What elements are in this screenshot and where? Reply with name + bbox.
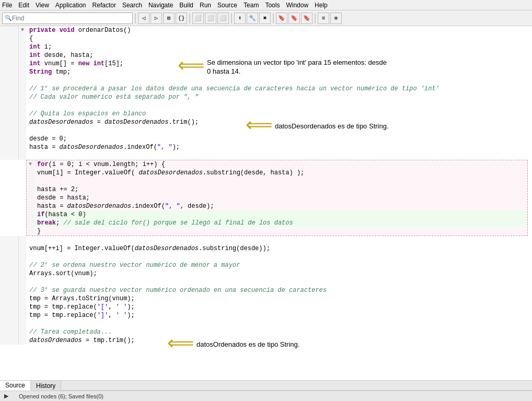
collapse-marker-4: [19, 51, 26, 60]
find-icon: 🔍: [5, 15, 12, 21]
toolbar-btn-2[interactable]: ▷: [151, 13, 162, 24]
code-line-12: datosDesordenados = datosDesordenados.tr…: [0, 118, 532, 126]
code-line-9: // Cada valor numérico está separado por…: [0, 93, 532, 101]
toolbar-btn-11[interactable]: 🔖: [276, 13, 287, 24]
menu-source[interactable]: Source: [217, 2, 237, 9]
annotation-1: Se dimensiona un vector tipo 'int' para …: [207, 57, 390, 76]
menu-team[interactable]: Team: [244, 2, 259, 9]
toolbar-btn-12[interactable]: 🔖: [288, 13, 300, 24]
line-number-32: [0, 286, 19, 294]
code-line-27: vnum[++i] = Integer.valueOf(datosDesorde…: [0, 244, 532, 253]
code-line-28: [0, 253, 532, 261]
collapse-marker-1[interactable]: ▼: [19, 26, 26, 34]
collapse-marker-18: [27, 169, 34, 177]
code-line-15: hasta = datosDesordenados.indexOf(", ");: [0, 143, 532, 151]
collapse-marker-2: [19, 34, 26, 43]
menu-search[interactable]: Search: [122, 2, 142, 9]
line-number-27: [0, 244, 19, 253]
line-content-24: break; // sale del ciclo for() porque se…: [34, 219, 527, 227]
menu-window[interactable]: Window: [286, 2, 308, 9]
code-line-30: Arrays.sort(vnum);: [0, 269, 532, 278]
line-number-7: [0, 76, 19, 85]
collapse-marker-11: [19, 110, 26, 118]
tab-source[interactable]: Source: [0, 381, 31, 391]
collapse-marker-17[interactable]: ▼: [27, 160, 34, 169]
collapse-marker-13: [19, 126, 26, 135]
collapse-marker-5: [19, 60, 26, 68]
menu-build[interactable]: Build: [179, 2, 193, 9]
menu-help[interactable]: Help: [315, 2, 328, 9]
code-line-19: [27, 177, 527, 185]
line-content-33: tmp = Arrays.toString(vnum);: [26, 294, 532, 303]
expand-icon[interactable]: ▶: [4, 393, 8, 399]
toolbar-btn-14[interactable]: ≡: [318, 13, 329, 24]
toolbar-btn-8[interactable]: ⬆: [234, 13, 246, 24]
collapse-marker-15: [19, 143, 26, 151]
code-line-24: break; // sale del ciclo for() porque se…: [27, 219, 527, 227]
code-line-29: // 2° se ordena nuestro vector numérico …: [0, 261, 532, 269]
line-number-30: [0, 269, 19, 278]
find-box[interactable]: 🔍: [2, 13, 133, 24]
toolbar-btn-1[interactable]: ◁: [138, 13, 149, 24]
code-line-10: [0, 101, 532, 110]
collapse-marker-9: [19, 93, 26, 101]
line-number-8: [0, 85, 19, 93]
menu-application[interactable]: Application: [55, 2, 86, 9]
line-content-15: hasta = datosDesordenados.indexOf(", ");: [26, 143, 532, 151]
code-line-25: }: [27, 227, 527, 235]
line-number-35: [0, 311, 19, 320]
line-content-27: vnum[++i] = Integer.valueOf(datosDesorde…: [26, 244, 532, 253]
line-number-28: [0, 253, 19, 261]
line-content-21: desde = hasta;: [34, 194, 527, 202]
line-number-38: [0, 336, 19, 345]
line-number-2: [0, 34, 19, 43]
toolbar-btn-9[interactable]: 🔧: [247, 13, 258, 24]
toolbar-btn-13[interactable]: 🔖: [301, 13, 313, 24]
arrow-left-3: ⟸: [167, 335, 194, 354]
code-line-8: // 1° se procederá a pasar los datos des…: [0, 85, 532, 93]
line-number-4: [0, 51, 19, 60]
line-content-20: hasta += 2;: [34, 185, 527, 194]
menubar: File Edit View Application Refactor Sear…: [0, 0, 532, 10]
toolbar-btn-7[interactable]: ⬜: [217, 13, 229, 24]
toolbar-separator-4: [273, 13, 274, 23]
toolbar-btn-3[interactable]: ⊞: [163, 13, 175, 24]
toolbar-btn-6[interactable]: ⬜: [205, 13, 216, 24]
line-content-34: tmp = tmp.replace('[', ' ');: [26, 303, 532, 311]
menu-file[interactable]: File: [2, 2, 12, 9]
line-number-29: [0, 261, 19, 269]
bottom-tabs: Source History: [0, 380, 532, 391]
code-line-32: // 3° se guarda nuestro vector numérico …: [0, 286, 532, 294]
line-content-32: // 3° se guarda nuestro vector numérico …: [26, 286, 532, 294]
collapse-marker-10: [19, 101, 26, 110]
line-number-15: [0, 143, 19, 151]
code-editor: ▼ private void ordenarDatos() { int i; i…: [0, 26, 532, 380]
code-line-16: [0, 151, 532, 160]
code-line-36: [0, 320, 532, 328]
collapse-marker-6: [19, 68, 26, 76]
line-number-5: [0, 60, 19, 68]
find-input[interactable]: [12, 15, 122, 22]
toolbar-separator-1: [135, 13, 136, 23]
toolbar-btn-5[interactable]: ⬜: [192, 13, 204, 24]
code-line-22: hasta = datosDesordenados.indexOf(", ", …: [27, 202, 527, 210]
line-content-18: vnum[i] = Integer.valueOf( datosDesorden…: [34, 169, 527, 177]
line-content-3: int i;: [26, 43, 532, 51]
line-content-9: // Cada valor numérico está separado por…: [26, 93, 532, 101]
tab-history[interactable]: History: [31, 381, 61, 391]
menu-edit[interactable]: Edit: [18, 2, 29, 9]
line-content-12: datosDesordenados = datosDesordenados.tr…: [26, 118, 532, 126]
code-line-23: if(hasta < 0): [27, 210, 527, 219]
menu-navigate[interactable]: Navigate: [148, 2, 173, 9]
toolbar-btn-4[interactable]: {}: [176, 13, 187, 24]
menu-view[interactable]: View: [36, 2, 49, 9]
arrow-left-2: ⟸: [246, 117, 273, 136]
toolbar-btn-15[interactable]: ⊕: [330, 13, 342, 24]
menu-run[interactable]: Run: [200, 2, 211, 9]
menu-tools[interactable]: Tools: [265, 2, 280, 9]
line-number-36: [0, 320, 19, 328]
toolbar-btn-10[interactable]: ✖: [259, 13, 271, 24]
menu-refactor[interactable]: Refactor: [92, 2, 116, 9]
line-number-9: [0, 93, 19, 101]
line-content-22: hasta = datosDesordenados.indexOf(", ", …: [34, 202, 527, 210]
